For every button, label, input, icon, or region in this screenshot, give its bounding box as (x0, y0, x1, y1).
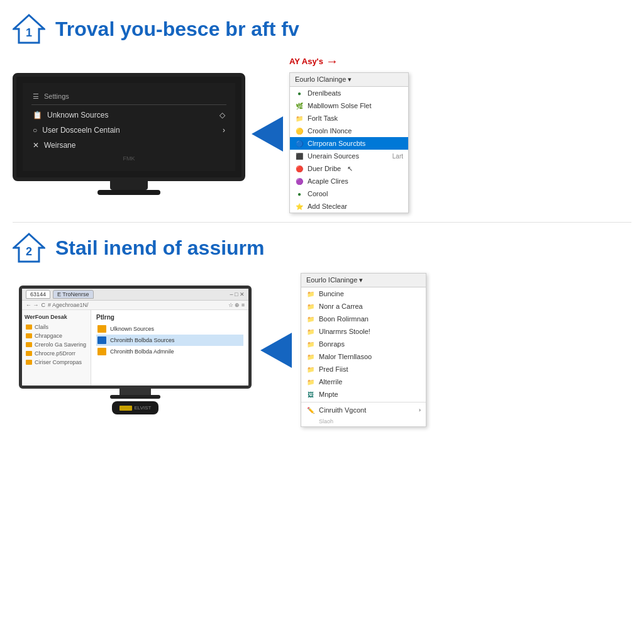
dropdown-item-3[interactable]: 🟡 Crooln INonce (290, 125, 408, 137)
step1-callout: AY Asy's (289, 54, 338, 69)
usb-body: ELVIST (112, 401, 159, 414)
s2-icon-7: 📁 (306, 377, 315, 386)
s2-item-3[interactable]: 📁 Ulnarmrs Stoole! (301, 325, 426, 338)
list-icon-2 (97, 348, 106, 355)
monitor-tab1[interactable]: 63144 (26, 290, 50, 299)
monitor-body: 63144 E TroNenrse – □ ✕ ← → C # Agechroa… (19, 286, 252, 389)
step2-monitor: 63144 E TroNenrse – □ ✕ ← → C # Agechroa… (19, 286, 252, 414)
dropdown-item-8[interactable]: ● Corool (290, 187, 408, 200)
step2-title: Stail inend of assiurm (55, 236, 265, 260)
dropdown-item-4-highlighted[interactable]: 🔵 Clrrporan Sourcbts (290, 137, 408, 150)
step2-blue-arrow-shape (260, 333, 292, 368)
step1-blue-arrow (252, 116, 283, 152)
step2-dropdown-header: Eourlo IClaninge ▾ (301, 274, 426, 287)
monitor-stand (119, 389, 151, 395)
step1-header: 1 Troval you-besce br aft fv (13, 13, 631, 45)
dropdown-item-5[interactable]: ⬛ Unerain Sources Lart (290, 150, 408, 162)
tv-brand: FMK (31, 155, 226, 162)
s2-item-4[interactable]: 📁 Bonraps (301, 338, 426, 350)
monitor-sidebar-item-2: Crerolo Ga Savering (25, 340, 88, 349)
page-container: 1 Troval you-besce br aft fv ☰ Settings … (0, 0, 644, 644)
monitor-sidebar-item-0: Clails (25, 323, 88, 331)
item-icon-3: 🟡 (295, 126, 304, 135)
step2-section: 2 Stail inend of assiurm 63144 E TroNenr… (13, 231, 631, 427)
folder-icon-4 (26, 360, 32, 365)
tv-screen: ☰ Settings 📋 Unknown Sources ◇ ○ User Do… (23, 83, 235, 171)
s2-icon-4: 📁 (306, 340, 315, 348)
blue-arrow-shape (252, 116, 283, 152)
dropdown-item-2[interactable]: 📁 ForIt Task (290, 112, 408, 125)
tv-item-unknown-sources: 📋 Unknown Sources ◇ (31, 108, 226, 123)
dropdown-header: Eourlo IClaninge ▾ (290, 73, 408, 87)
item-icon-6: 🔴 (295, 164, 304, 173)
item-icon-2: 📁 (295, 114, 304, 123)
step1-dropdown: Eourlo IClaninge ▾ ● Drenlbeats 🌿 Mabllo… (289, 72, 409, 213)
item-icon-8: ● (295, 189, 304, 198)
step2-blue-arrow (260, 333, 292, 368)
tv-base (97, 190, 160, 195)
monitor-content: WerFoun Desak Clails Chrapgace (22, 310, 248, 386)
s2-item-5[interactable]: 📁 Malor Tlernllasoo (301, 350, 426, 363)
section-divider (13, 222, 631, 223)
step2-icon: 2 (13, 231, 45, 264)
cursor: ↖ (347, 165, 353, 173)
step2-dropdown: Eourlo IClaninge ▾ 📁 Buncine 📁 Nonr a Ca… (301, 273, 426, 427)
monitor-sidebar: WerFoun Desak Clails Chrapgace (22, 310, 91, 386)
s2-icon-8: 🖼 (306, 390, 315, 399)
monitor-sidebar-item-3: Chrocre.p5Drorr (25, 349, 88, 358)
s2-icon-9: ✏️ (306, 406, 315, 414)
monitor-base (110, 395, 160, 399)
folder-icon-0 (26, 325, 32, 330)
item-icon-7: 🟣 (295, 177, 304, 186)
dropdown-item-6[interactable]: 🔴 Duer Dribe ↖ (290, 162, 408, 175)
folder-icon-3 (26, 351, 32, 356)
s2-icon-0: 📁 (306, 289, 315, 298)
dropdown-item-7[interactable]: 🟣 Acaple Clires (290, 175, 408, 187)
dropdown-item-0[interactable]: ● Drenlbeats (290, 87, 408, 99)
s2-item-10[interactable]: Slaoh (301, 416, 426, 426)
s2-item-8[interactable]: 🖼 Mnpte (301, 388, 426, 401)
s2-icon-1: 📁 (306, 302, 315, 311)
usb-connector (119, 406, 132, 411)
folder-icon-2 (26, 342, 32, 347)
s2-item-0[interactable]: 📁 Buncine (301, 287, 426, 300)
folder-icon-1 (26, 333, 32, 338)
monitor-list-item-0[interactable]: Ulknown Sources (96, 323, 243, 335)
monitor-list-item-2[interactable]: Chronitth Bolbda Admnile (96, 346, 243, 357)
monitor-sidebar-item-1: Chrapgace (25, 331, 88, 340)
step1-right: AY Asy's Eourlo IClaninge ▾ ● Drenlbeats… (289, 54, 409, 213)
monitor-main: Ptlrng Ulknown Sources Chronitth Bolbda … (91, 310, 248, 386)
s2-icon-3: 📁 (306, 327, 315, 336)
tv-menu-header: ☰ Settings (31, 89, 226, 105)
monitor-list-item-1-selected[interactable]: Chronitth Bolbda Sources (96, 335, 243, 346)
item-icon-4: 🔵 (295, 139, 304, 148)
s2-item-2[interactable]: 📁 Boon Rolirmnan (301, 313, 426, 325)
step1-tv: ☰ Settings 📋 Unknown Sources ◇ ○ User Do… (13, 73, 245, 195)
s2-item-6[interactable]: 📁 Pred Fiist (301, 363, 426, 375)
step1-icon: 1 (13, 13, 45, 45)
tv-stand (110, 181, 148, 190)
item-icon-1: 🌿 (295, 101, 304, 110)
divider (301, 402, 426, 402)
step1-title: Troval you-besce br aft fv (55, 18, 299, 41)
step2-header: 2 Stail inend of assiurm (13, 231, 631, 264)
list-icon-1 (97, 336, 106, 344)
s2-item-1[interactable]: 📁 Nonr a Carrea (301, 300, 426, 313)
step1-section: 1 Troval you-besce br aft fv ☰ Settings … (13, 13, 631, 213)
dropdown-item-1[interactable]: 🌿 Mabllowm Solse Flet (290, 99, 408, 112)
tv-body: ☰ Settings 📋 Unknown Sources ◇ ○ User Do… (13, 73, 245, 181)
list-icon-0 (97, 325, 106, 333)
s2-item-9[interactable]: ✏️ Cinruith Vgcont › (301, 404, 426, 416)
svg-text:1: 1 (26, 26, 32, 39)
step1-content-row: ☰ Settings 📋 Unknown Sources ◇ ○ User Do… (13, 54, 631, 213)
item-icon-5: ⬛ (295, 152, 304, 160)
item-icon-9: ⭐ (295, 202, 304, 211)
monitor-tab2[interactable]: E TroNenrse (53, 290, 94, 299)
svg-text:2: 2 (26, 245, 32, 258)
s2-item-7[interactable]: 📁 Alterrile (301, 375, 426, 388)
step2-content-row: 63144 E TroNenrse – □ ✕ ← → C # Agechroa… (19, 273, 631, 427)
tv-item-user-docsceel: ○ User Dosceeln Centain › (31, 123, 226, 138)
dropdown-item-9[interactable]: ⭐ Add Steclear (290, 200, 408, 213)
item-icon-0: ● (295, 89, 304, 97)
s2-icon-2: 📁 (306, 314, 315, 323)
